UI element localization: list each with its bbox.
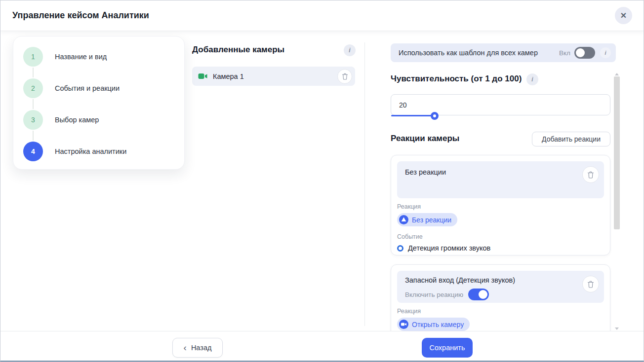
reaction-chip-label: Открыть камеру bbox=[412, 321, 464, 328]
step-1-label: Название и вид bbox=[55, 53, 107, 61]
scrollbar-thumb[interactable] bbox=[614, 76, 620, 229]
toggle-knob bbox=[479, 290, 487, 299]
enable-reaction-label: Включить реакцию bbox=[405, 291, 463, 298]
step-analytics-settings[interactable]: 4 Настройка аналитики bbox=[13, 142, 184, 161]
modal-header: Управление кейсом Аналитики ✕ bbox=[0, 0, 644, 31]
template-banner: Использовать как шаблон для всех камер В… bbox=[391, 43, 616, 62]
right-panel-scrollbar[interactable] bbox=[613, 72, 621, 331]
reaction-chip-open-camera[interactable]: Открыть камеру bbox=[397, 318, 470, 331]
save-button[interactable]: Сохранить bbox=[422, 338, 473, 358]
event-ring-icon bbox=[397, 245, 403, 252]
close-icon: ✕ bbox=[620, 11, 627, 20]
open-camera-icon bbox=[399, 320, 408, 329]
modal-footer: ‹ Назад Сохранить bbox=[0, 331, 644, 362]
toggle-knob bbox=[576, 48, 585, 57]
info-icon: i bbox=[531, 76, 533, 83]
enable-reaction-row: Включить реакцию bbox=[405, 289, 596, 300]
video-camera-icon bbox=[198, 72, 208, 80]
add-reaction-button[interactable]: Добавить реакции bbox=[532, 132, 610, 146]
sensitivity-slider-track[interactable] bbox=[391, 115, 434, 116]
step-events-reactions[interactable]: 2 События и реакции bbox=[13, 78, 184, 98]
event-field-label: Событие bbox=[397, 233, 604, 240]
back-button-label: Назад bbox=[191, 344, 212, 352]
template-toggle[interactable] bbox=[574, 47, 595, 59]
scroll-up-arrow-icon[interactable] bbox=[615, 73, 619, 75]
reaction-card-title: Запасной вход (Детекция звуков) bbox=[405, 276, 596, 284]
camera-reactions-title: Реакции камеры bbox=[391, 134, 459, 144]
delete-reaction-button[interactable] bbox=[582, 276, 599, 292]
step-2-label: События и реакции bbox=[55, 84, 120, 92]
reaction-field-label: Реакция bbox=[397, 203, 604, 210]
step-name-and-type[interactable]: 1 Название и вид bbox=[13, 47, 184, 67]
info-icon: i bbox=[604, 50, 606, 56]
step-4-indicator: 4 bbox=[23, 142, 43, 161]
added-cameras-info-icon[interactable]: i bbox=[344, 44, 356, 56]
reaction-card-header: Запасной вход (Детекция звуков) Включить… bbox=[397, 271, 604, 303]
no-reaction-triangle-icon bbox=[399, 215, 408, 224]
event-name: Детекция громких звуков bbox=[408, 244, 490, 252]
delete-reaction-button[interactable] bbox=[582, 166, 599, 183]
delete-camera-button[interactable] bbox=[337, 69, 352, 84]
step-connector bbox=[33, 68, 34, 77]
scroll-down-arrow-icon[interactable] bbox=[615, 327, 619, 330]
back-button[interactable]: ‹ Назад bbox=[172, 338, 223, 358]
step-connector bbox=[33, 131, 34, 141]
trash-icon bbox=[587, 281, 594, 288]
enable-reaction-toggle[interactable] bbox=[468, 289, 489, 300]
template-banner-label: Использовать как шаблон для всех камер bbox=[399, 49, 559, 57]
trash-icon bbox=[342, 73, 348, 80]
step-4-label: Настройка аналитики bbox=[55, 147, 126, 155]
reaction-card-title: Без реакции bbox=[405, 168, 596, 176]
reaction-chip-label: Без реакции bbox=[412, 216, 451, 224]
trash-icon bbox=[587, 171, 594, 179]
template-toggle-label: Вкл bbox=[559, 49, 570, 57]
added-cameras-title: Добавленные камеры bbox=[192, 45, 284, 55]
reaction-card: Без реакции Реакция Без реакции Событие … bbox=[391, 155, 610, 255]
column-divider bbox=[364, 42, 365, 326]
chevron-left-icon: ‹ bbox=[184, 343, 187, 352]
sensitivity-info-icon[interactable]: i bbox=[526, 73, 538, 85]
camera-name: Камера 1 bbox=[213, 72, 337, 80]
manage-case-modal: Управление кейсом Аналитики ✕ 1 Название… bbox=[0, 0, 644, 362]
reaction-field-label: Реакция bbox=[397, 308, 604, 315]
step-3-label: Выбор камер bbox=[55, 116, 99, 124]
step-2-indicator: 2 bbox=[23, 78, 43, 98]
event-row: Детекция громких звуков bbox=[397, 244, 604, 252]
close-button[interactable]: ✕ bbox=[615, 7, 632, 24]
page-title: Управление кейсом Аналитики bbox=[12, 10, 149, 21]
reaction-chip-no-reaction[interactable]: Без реакции bbox=[397, 213, 457, 226]
template-info-icon[interactable]: i bbox=[600, 47, 611, 58]
info-icon: i bbox=[349, 47, 350, 54]
step-camera-select[interactable]: 3 Выбор камер bbox=[13, 110, 184, 130]
step-connector bbox=[33, 99, 34, 109]
step-1-indicator: 1 bbox=[23, 47, 43, 67]
step-3-indicator: 3 bbox=[23, 110, 43, 130]
wizard-stepper: 1 Название и вид 2 События и реакции 3 В… bbox=[13, 36, 185, 170]
sensitivity-input[interactable] bbox=[391, 94, 610, 115]
sensitivity-slider-thumb[interactable] bbox=[431, 112, 439, 120]
sensitivity-title: Чувствительность (от 1 до 100) bbox=[391, 74, 522, 84]
camera-list-item[interactable]: Камера 1 bbox=[192, 67, 355, 86]
reaction-card-header: Без реакции bbox=[397, 161, 604, 198]
